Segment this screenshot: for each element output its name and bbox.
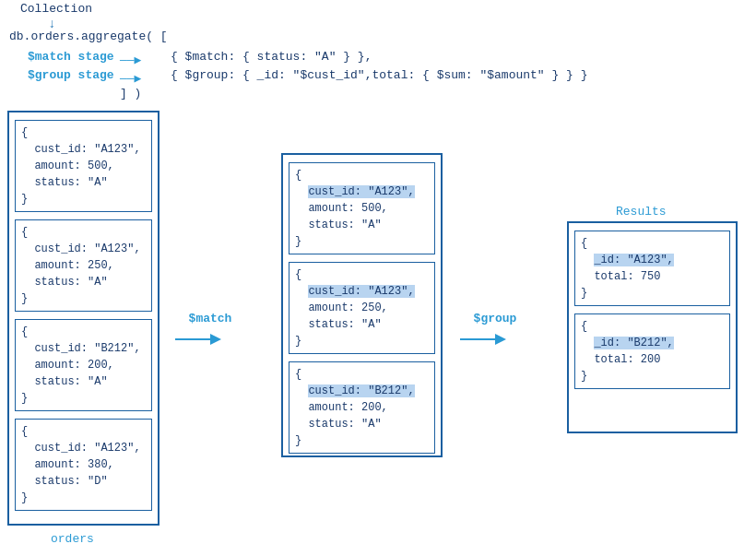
rdoc1-close: }	[581, 285, 724, 302]
doc1-line3: status: "A"	[21, 174, 146, 191]
mdoc1-line1: cust_id: "A123",	[295, 183, 429, 200]
rdoc2-line2: total: 200	[581, 351, 724, 368]
match-doc-2: { cust_id: "A123", amount: 250, status: …	[289, 262, 435, 354]
match-stage-label: $match stage	[28, 50, 114, 64]
mdoc2-line1: cust_id: "A123",	[295, 283, 429, 300]
aggregate-line: db.orders.aggregate( [	[9, 30, 168, 43]
doc4-close: }	[21, 490, 146, 506]
highlight-cust-id-2: cust_id: "A123",	[308, 285, 414, 298]
highlight-cust-id-3: cust_id: "B212",	[308, 384, 414, 397]
doc1-close: }	[21, 191, 146, 207]
mdoc1-open: {	[295, 167, 429, 183]
rdoc1-open: {	[581, 235, 724, 252]
collection-doc-2: { cust_id: "A123", amount: 250, status: …	[15, 219, 152, 312]
doc4-open: {	[21, 423, 146, 440]
mdoc2-open: {	[295, 266, 429, 283]
collection-doc-1: { cust_id: "A123", amount: 500, status: …	[15, 120, 152, 212]
match-arrow-container: $match	[173, 312, 247, 349]
match-stage-code: { $match: { status: "A" } },	[171, 50, 372, 64]
doc1-line2: amount: 500,	[21, 158, 146, 174]
closing-bracket: ] )	[120, 87, 141, 101]
doc3-line1: cust_id: "B212",	[21, 340, 146, 357]
result-doc-1: { _id: "A123", total: 750 }	[574, 231, 730, 306]
rdoc2-line1: _id: "B212",	[581, 335, 724, 351]
mdoc1-close: }	[295, 233, 429, 250]
match-doc-1: { cust_id: "A123", amount: 500, status: …	[289, 162, 435, 254]
doc3-open: {	[21, 324, 146, 340]
results-box: { _id: "A123", total: 750 } { _id: "B212…	[567, 221, 738, 433]
results-label: Results	[616, 205, 667, 219]
match-arrow-icon	[173, 329, 247, 349]
mdoc2-close: }	[295, 333, 429, 349]
collection-label: Collection	[20, 2, 92, 16]
group-stage-arrow-icon: ——▶	[120, 71, 141, 86]
match-arrow-text: $match	[189, 312, 232, 325]
mdoc3-open: {	[295, 366, 429, 383]
doc2-line1: cust_id: "A123",	[21, 241, 146, 257]
mdoc2-line3: status: "A"	[295, 316, 429, 333]
doc4-line2: amount: 380,	[21, 456, 146, 473]
doc2-line3: status: "A"	[21, 274, 146, 290]
result-doc-2: { _id: "B212", total: 200 }	[574, 313, 730, 389]
mdoc2-line2: amount: 250,	[295, 300, 429, 316]
rdoc1-line2: total: 750	[581, 268, 724, 285]
collection-doc-4: { cust_id: "A123", amount: 380, status: …	[15, 419, 152, 511]
doc3-line2: amount: 200,	[21, 357, 146, 373]
mdoc1-line3: status: "A"	[295, 217, 429, 233]
match-stage-arrow-icon: ——▶	[120, 53, 141, 67]
doc2-line2: amount: 250,	[21, 257, 146, 274]
rdoc2-close: }	[581, 368, 724, 384]
group-stage-code: { $group: { _id: "$cust_id",total: { $su…	[171, 68, 587, 82]
mdoc1-line2: amount: 500,	[295, 200, 429, 217]
doc4-line1: cust_id: "A123",	[21, 440, 146, 456]
doc3-close: }	[21, 390, 146, 407]
highlight-id-1: _id: "A123",	[594, 254, 673, 266]
doc3-line3: status: "A"	[21, 373, 146, 390]
group-arrow-icon	[458, 329, 532, 349]
mdoc3-line2: amount: 200,	[295, 399, 429, 416]
highlight-cust-id-1: cust_id: "A123",	[308, 185, 414, 198]
doc2-close: }	[21, 290, 146, 307]
doc4-line3: status: "D"	[21, 473, 146, 490]
mdoc3-line3: status: "A"	[295, 416, 429, 432]
collection-box-label: orders	[51, 532, 94, 544]
doc1-open: {	[21, 124, 146, 141]
rdoc1-line1: _id: "A123",	[581, 252, 724, 268]
group-arrow-text: $group	[474, 312, 517, 325]
doc1-line1: cust_id: "A123",	[21, 141, 146, 158]
collection-box: { cust_id: "A123", amount: 500, status: …	[7, 111, 159, 526]
doc2-open: {	[21, 224, 146, 241]
highlight-id-2: _id: "B212",	[594, 337, 673, 349]
collection-doc-3: { cust_id: "B212", amount: 200, status: …	[15, 319, 152, 411]
mdoc3-close: }	[295, 432, 429, 449]
mdoc3-line1: cust_id: "B212",	[295, 383, 429, 399]
rdoc2-open: {	[581, 318, 724, 335]
match-box: { cust_id: "A123", amount: 500, status: …	[281, 153, 443, 457]
group-stage-label: $group stage	[28, 68, 114, 82]
match-doc-3: { cust_id: "B212", amount: 200, status: …	[289, 361, 435, 454]
group-arrow-container: $group	[458, 312, 532, 349]
